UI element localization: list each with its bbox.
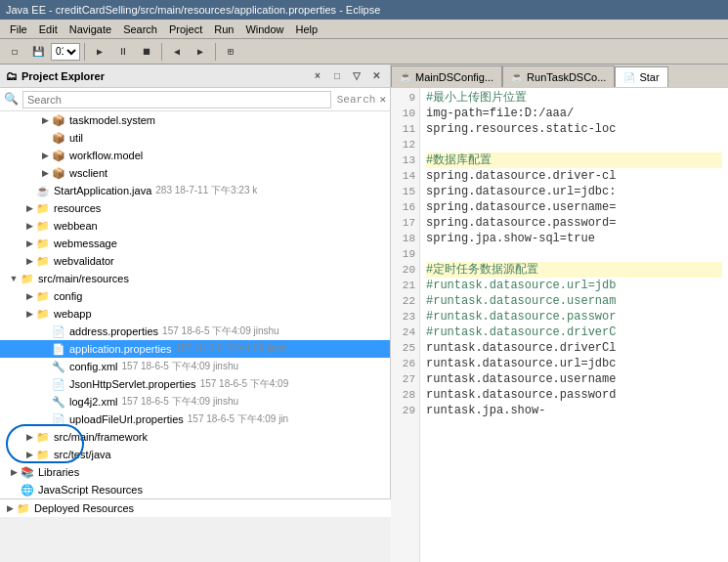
tree-item-icon: 📦 (51, 112, 66, 128)
tree-item-label: resources (54, 202, 101, 214)
tree-item[interactable]: ▶📁resources (0, 199, 390, 217)
tree-item-label: util (69, 132, 83, 144)
code-line: #runtask.datasource.url=jdb (426, 278, 722, 293)
deploy-expand-icon: ▶ (4, 502, 16, 514)
tree-item[interactable]: 📄address.properties 157 18-6-5 下午4:09 ji… (0, 323, 390, 340)
tree-item[interactable]: 🌐JavaScript Resources (0, 481, 390, 498)
tab-maindsconfig[interactable]: ☕ MainDSConfig... (391, 65, 502, 87)
tree-item[interactable]: ▶📁webmessage (0, 235, 390, 252)
tree-item-icon: 📁 (20, 271, 35, 286)
tree-item[interactable]: ▶📁src/test/java (0, 446, 390, 463)
code-line: spring.datasource.username= (426, 199, 722, 215)
menu-run[interactable]: Run (208, 22, 239, 37)
menu-project[interactable]: Project (163, 22, 208, 37)
tree-item[interactable]: 📄application.properties 157 18-6-5 下午4:0… (0, 340, 390, 358)
deploy-folder-icon: 📁 (16, 500, 31, 516)
toolbar-debug-btn[interactable]: ▶ (89, 41, 110, 63)
tree-item[interactable]: 🔧config.xml 157 18-6-5 下午4:09 jinshu (0, 358, 390, 375)
tab-star[interactable]: 📄 Star (615, 66, 667, 88)
toolbar-back-btn[interactable]: ◀ (166, 41, 188, 63)
tree-item[interactable]: ▶📦taskmodel.system (0, 111, 390, 129)
search-close-icon[interactable]: ✕ (379, 93, 386, 106)
menu-file[interactable]: File (4, 22, 33, 37)
code-content[interactable]: #最小上传图片位置img-path=file:D:/aaa/spring.res… (420, 88, 728, 562)
menu-navigate[interactable]: Navigate (64, 22, 117, 37)
panel-maximize-btn[interactable]: □ (329, 68, 345, 84)
toolbar-run-btn[interactable]: ⏸ (112, 41, 134, 63)
toolbar-combo[interactable]: 016 (51, 43, 80, 61)
tree-item-label: src/test/java (54, 449, 111, 460)
tab-icon-runtaskdsco: ☕ (511, 71, 523, 82)
line-number: 15 (395, 184, 415, 199)
menu-window[interactable]: Window (239, 22, 289, 37)
tree-container[interactable]: ▶📦taskmodel.system 📦util▶📦workflow.model… (0, 111, 390, 498)
menu-help[interactable]: Help (290, 22, 324, 37)
tree-item-label: uploadFileUrl.properties (69, 413, 184, 425)
tree-item[interactable]: ☕StartApplication.java 283 18-7-11 下午3:2… (0, 182, 390, 199)
toolbar-sep2 (161, 43, 162, 61)
tree-item-icon: 🔧 (51, 359, 66, 374)
tree-item[interactable]: 📄uploadFileUrl.properties 157 18-6-5 下午4… (0, 411, 390, 428)
tree-item[interactable]: ▶📚Libraries (0, 463, 390, 481)
line-number: 12 (395, 137, 415, 152)
tree-item[interactable]: ▶📁webvalidator (0, 252, 390, 270)
panel-options-btn[interactable]: ▽ (349, 68, 364, 84)
expand-icon: ▶ (23, 431, 35, 443)
tree-item-icon: 📄 (51, 341, 66, 357)
expand-icon (39, 343, 51, 355)
toolbar-save-btn[interactable]: 💾 (27, 41, 49, 63)
tree-item[interactable]: ▶📁src/main/framework (0, 428, 390, 446)
tab-icon-maindsconfig: ☕ (400, 71, 411, 82)
code-editor[interactable]: 9101112131415161718192021222324252627282… (391, 88, 728, 562)
code-line: spring.datasource.url=jdbc: (426, 184, 722, 199)
line-number: 23 (395, 309, 415, 324)
menu-edit[interactable]: Edit (33, 22, 64, 37)
expand-icon: ▼ (8, 273, 20, 284)
toolbar-perspective-btn[interactable]: ⊞ (220, 41, 241, 63)
expand-icon: ▶ (39, 150, 51, 161)
tree-item[interactable]: ▶📦wsclient (0, 164, 390, 182)
tree-item[interactable]: 📦util (0, 129, 390, 147)
code-line: spring.jpa.show-sql=true (426, 231, 722, 246)
line-number: 17 (395, 215, 415, 231)
expand-icon (8, 484, 20, 496)
deployed-resources-label: Deployed Resources (34, 502, 134, 514)
menu-search[interactable]: Search (117, 22, 163, 37)
tree-item[interactable]: 📄JsonHttpServlet.properties 157 18-6-5 下… (0, 375, 390, 393)
deployed-resources-item[interactable]: ▶ 📁 Deployed Resources (0, 499, 391, 517)
toolbar-new-btn[interactable]: ◻ (4, 41, 25, 63)
project-explorer-panel: 🗂 Project Explorer × □ ▽ ✕ 🔍 Search ✕ ▶📦… (0, 65, 391, 498)
toolbar-fwd-btn[interactable]: ▶ (190, 41, 211, 63)
tree-item[interactable]: 🔧log4j2.xml 157 18-6-5 下午4:09 jinshu (0, 393, 390, 411)
tree-item-label: JavaScript Resources (38, 484, 143, 496)
tree-item-icon: 📄 (51, 324, 66, 339)
search-icon: 🔍 (4, 92, 19, 107)
search-input[interactable] (22, 91, 331, 108)
tree-item-icon: 📦 (51, 130, 66, 146)
line-number: 10 (395, 106, 415, 121)
tree-item-label: address.properties (69, 325, 158, 337)
tree-item-icon: 📁 (35, 288, 51, 304)
panel-icon: 🗂 (6, 69, 18, 83)
tree-item-label: config (54, 290, 82, 302)
tree-item-icon: 📚 (20, 464, 35, 480)
line-number: 20 (395, 262, 415, 278)
code-line: spring.datasource.driver-cl (426, 168, 722, 184)
main-content: 🗂 Project Explorer × □ ▽ ✕ 🔍 Search ✕ ▶📦… (0, 65, 728, 562)
tree-item[interactable]: ▼📁src/main/resources (0, 270, 390, 287)
tree-item-icon: 📦 (51, 148, 66, 163)
panel-minimize-btn[interactable]: × (310, 68, 325, 84)
tree-item-label: webmessage (54, 238, 117, 249)
expand-icon (39, 132, 51, 144)
tree-item-label: wsclient (69, 167, 107, 179)
tree-item-label: webapp (54, 308, 92, 320)
tree-item[interactable]: ▶📁webapp (0, 305, 390, 323)
panel-close-btn[interactable]: ✕ (368, 68, 384, 84)
code-line: spring.resources.static-loc (426, 121, 722, 137)
tree-item-label: webvalidator (54, 255, 114, 267)
tree-item[interactable]: ▶📁config (0, 287, 390, 305)
tree-item[interactable]: ▶📁webbean (0, 217, 390, 235)
toolbar-stop-btn[interactable]: ⏹ (136, 41, 157, 63)
tree-item[interactable]: ▶📦workflow.model (0, 147, 390, 164)
tab-runtaskdsco[interactable]: ☕ RunTaskDSCo... (502, 65, 615, 87)
